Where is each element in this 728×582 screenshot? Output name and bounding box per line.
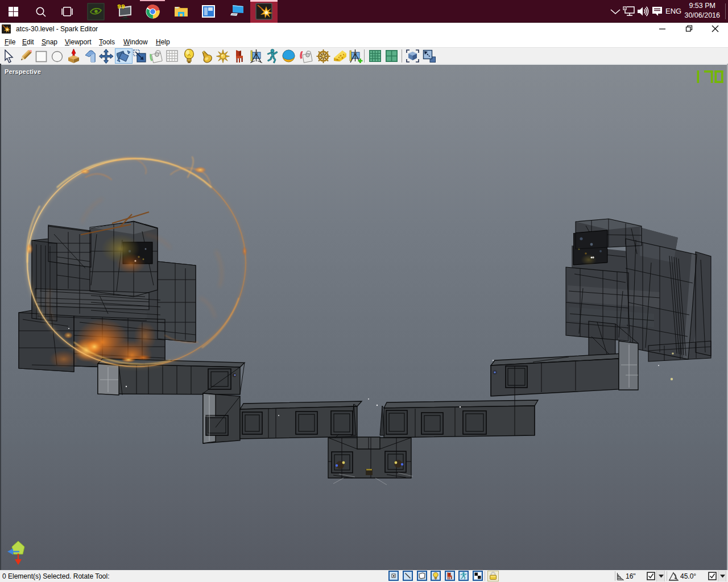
svg-text:99: 99 xyxy=(117,3,125,10)
